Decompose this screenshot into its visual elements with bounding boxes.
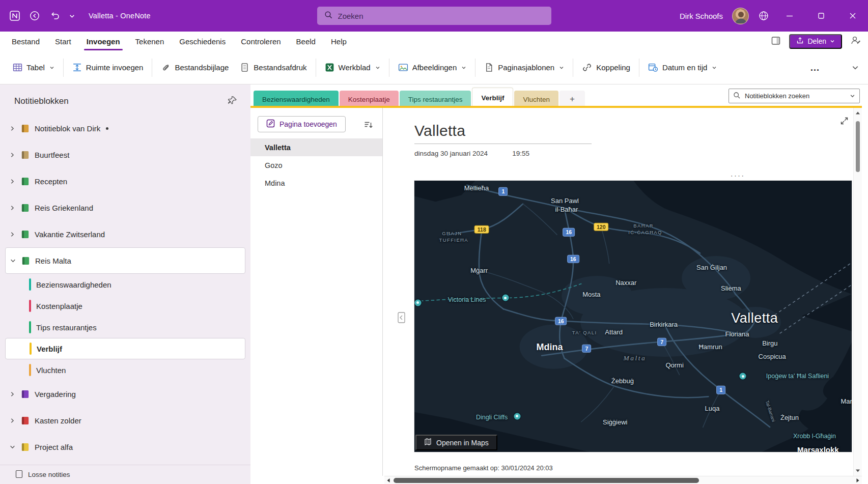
ribbon-divider xyxy=(475,59,475,77)
side-pane-icon[interactable] xyxy=(771,36,781,47)
sort-pages-icon[interactable] xyxy=(363,120,373,131)
scroll-up-arrow-icon[interactable] xyxy=(854,111,862,115)
add-section-tab[interactable]: + xyxy=(559,91,585,108)
notebook-recepten[interactable]: Recepten xyxy=(5,168,245,194)
page-title[interactable]: Valletta xyxy=(414,122,592,139)
notebook-buurtfeest[interactable]: Buurtfeest xyxy=(5,141,245,168)
vertical-scroll-thumb[interactable] xyxy=(856,121,860,172)
page-gozo[interactable]: Gozo xyxy=(250,156,382,174)
notebook-vergadering[interactable]: Vergadering xyxy=(5,381,245,407)
section-color-bar xyxy=(29,321,31,333)
user-avatar[interactable] xyxy=(732,8,749,24)
chevron-right-icon[interactable] xyxy=(8,391,16,397)
map-label-birgu: Birgu xyxy=(762,339,777,347)
minimize-button[interactable] xyxy=(778,0,801,32)
page-title-block[interactable]: Valletta xyxy=(414,122,592,144)
page-mdina[interactable]: Mdina xyxy=(250,174,382,192)
ribbon-koppeling[interactable]: Koppeling xyxy=(576,58,636,77)
scroll-down-arrow-icon[interactable] xyxy=(854,469,862,473)
section-verblijf[interactable]: Verblijf xyxy=(5,338,245,359)
horizontal-scrollbar[interactable] xyxy=(384,476,862,484)
scroll-right-arrow-icon[interactable] xyxy=(856,476,860,484)
chevron-down-icon[interactable] xyxy=(9,258,17,264)
notebook-reis-griekenland[interactable]: Reis Griekenland xyxy=(5,194,245,221)
note-container-handle[interactable]: ∙∙∙∙ xyxy=(731,171,745,180)
table-icon xyxy=(13,63,22,72)
network-globe-icon[interactable] xyxy=(758,10,769,21)
menu-bestand[interactable]: Bestand xyxy=(4,32,47,51)
tab-tips-restaurantjes[interactable]: Tips restaurantjes xyxy=(400,91,471,108)
poi-marker-icon[interactable] xyxy=(739,372,747,381)
global-search-input[interactable] xyxy=(338,12,544,20)
notebook-project-alfa[interactable]: Project alfa xyxy=(5,434,245,460)
fullscreen-expand-icon[interactable] xyxy=(839,116,849,127)
maximize-button[interactable] xyxy=(810,0,832,32)
notebook-search-box[interactable] xyxy=(729,89,860,103)
tab-kostenplaatje[interactable]: Kostenplaatje xyxy=(340,91,399,108)
ribbon-afbeeldingen[interactable]: Afbeeldingen xyxy=(393,58,472,77)
section-bezienswaardigheden[interactable]: Bezienswaardigheden xyxy=(5,274,245,295)
notebook-notitieblok-van-dirk[interactable]: Notitieblok van Dirk xyxy=(5,115,245,141)
menu-help[interactable]: Help xyxy=(323,32,354,51)
share-button[interactable]: Delen xyxy=(789,34,842,49)
section-tips-restaurantjes[interactable]: Tips restaurantjes xyxy=(5,317,245,338)
add-page-button[interactable]: Pagina toevoegen xyxy=(258,116,346,132)
chevron-right-icon[interactable] xyxy=(8,205,16,211)
ribbon-werkblad[interactable]: Werkblad xyxy=(319,58,386,77)
page-canvas[interactable]: Valletta dinsdag 30 januari 2024 19:55 ∙… xyxy=(383,108,853,476)
contact-icon[interactable] xyxy=(850,35,861,47)
malta-map-image[interactable]: MellieħaSan Pawlil-BaħarGĦAJNTUFFIEĦABAĦ… xyxy=(414,181,852,452)
menu-controleren[interactable]: Controleren xyxy=(233,32,288,51)
ribbon-overflow-button[interactable]: … xyxy=(804,58,825,78)
global-search-box[interactable] xyxy=(317,7,551,25)
close-button[interactable] xyxy=(842,0,864,32)
chevron-right-icon[interactable] xyxy=(8,232,16,237)
chevron-right-icon[interactable] xyxy=(8,418,16,423)
menu-tekenen[interactable]: Tekenen xyxy=(128,32,172,51)
notebook-reis-malta[interactable]: Reis Malta xyxy=(5,247,245,274)
pin-icon[interactable] xyxy=(228,96,237,107)
ribbon-datum-en-tijd[interactable]: Datum en tijd xyxy=(642,58,722,77)
user-name[interactable]: Dirk Schoofs xyxy=(680,12,723,20)
menu-bar: BestandStartInvoegenTekenenGeschiedenisC… xyxy=(0,32,868,51)
poi-marker-icon[interactable] xyxy=(513,412,521,420)
undo-icon[interactable] xyxy=(49,10,60,21)
section-vluchten[interactable]: Vluchten xyxy=(5,359,245,381)
ribbon-collapse-chevron-icon[interactable] xyxy=(852,64,859,71)
ribbon-ruimte-invoegen[interactable]: Ruimte invoegen xyxy=(67,58,149,77)
open-in-maps-button[interactable]: Openen in Maps xyxy=(415,435,497,450)
loose-notes-item[interactable]: Losse notities xyxy=(0,465,250,484)
scroll-left-arrow-icon[interactable] xyxy=(386,476,390,484)
notebook-search-input[interactable] xyxy=(745,92,846,100)
page-valletta[interactable]: Valletta xyxy=(250,138,382,156)
tab-verblijf[interactable]: Verblijf xyxy=(472,88,513,108)
vertical-scrollbar[interactable] xyxy=(853,108,862,476)
ribbon-paginasjablonen[interactable]: Paginasjablonen xyxy=(479,58,570,77)
file-printout-icon xyxy=(240,63,249,72)
window-title: Valletta - OneNote xyxy=(89,12,151,20)
menu-invoegen[interactable]: Invoegen xyxy=(79,32,128,51)
poi-marker-icon[interactable] xyxy=(501,294,510,302)
ribbon-bestandsbijlage[interactable]: Bestandsbijlage xyxy=(155,58,234,77)
chevron-right-icon[interactable] xyxy=(8,152,16,158)
section-kostenplaatje[interactable]: Kostenplaatje xyxy=(5,295,245,317)
ribbon-bestandsafdruk[interactable]: Bestandsafdruk xyxy=(234,58,312,77)
chevron-right-icon[interactable] xyxy=(8,179,16,184)
search-dropdown-chevron-icon[interactable] xyxy=(850,92,855,100)
tab-bezienswaardigheden[interactable]: Bezienswaardigheden xyxy=(254,91,339,108)
note-grip-icon[interactable] xyxy=(397,311,406,325)
poi-marker-icon[interactable] xyxy=(414,298,422,307)
horizontal-scroll-track[interactable] xyxy=(393,476,854,484)
ribbon-tabel[interactable]: Tabel xyxy=(7,58,60,77)
horizontal-scroll-thumb[interactable] xyxy=(394,478,699,483)
quick-access-chevron-icon[interactable] xyxy=(69,13,75,19)
chevron-down-icon[interactable] xyxy=(8,444,16,450)
menu-start[interactable]: Start xyxy=(47,32,79,51)
tab-vluchten[interactable]: Vluchten xyxy=(514,91,558,108)
notebook-kasten-zolder[interactable]: Kasten zolder xyxy=(5,407,245,434)
menu-geschiedenis[interactable]: Geschiedenis xyxy=(172,32,233,51)
notebook-vakantie-zwitserland[interactable]: Vakantie Zwitserland xyxy=(5,221,245,247)
back-icon[interactable] xyxy=(29,10,40,21)
chevron-right-icon[interactable] xyxy=(8,126,16,131)
menu-beeld[interactable]: Beeld xyxy=(289,32,323,51)
